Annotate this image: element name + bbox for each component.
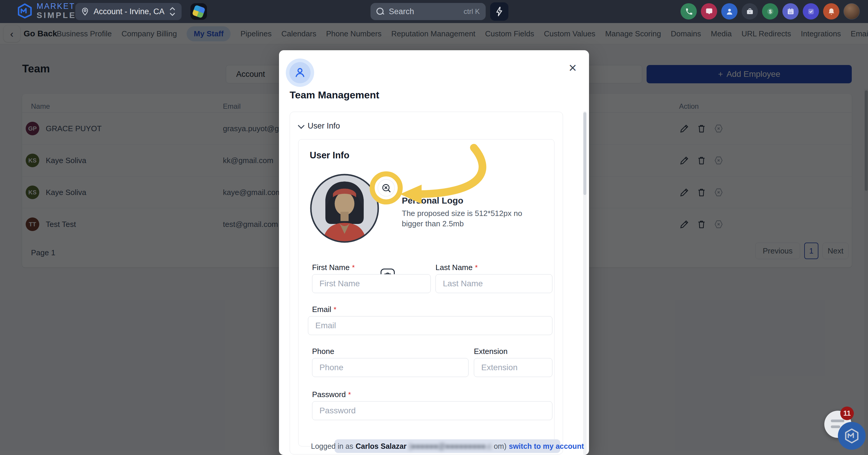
user-info-collapse-toggle[interactable]: User Info [298, 121, 340, 131]
marketsimple-widget-button[interactable] [838, 422, 866, 450]
logged-in-email-blurred: (●●●●●●@●●●●●●●●●.c [409, 442, 492, 451]
modal-user-badge-inner [289, 62, 311, 83]
last-name-label: Last Name* [435, 263, 478, 272]
svg-text:$: $ [769, 8, 771, 14]
notifications-button[interactable] [823, 3, 839, 20]
brand-logo: MARKET SIMPLE [17, 2, 76, 20]
briefcase-icon [746, 7, 754, 16]
user-icon [725, 7, 734, 16]
modal-scrollbar-thumb[interactable] [583, 112, 586, 195]
payments-button[interactable]: $ [762, 3, 778, 20]
first-name-input[interactable] [312, 274, 431, 293]
search-shortcut-hint: ctrl K [464, 7, 480, 16]
password-input[interactable] [312, 401, 552, 420]
global-search-input[interactable]: Search ctrl K [371, 3, 486, 20]
check-square-icon [807, 7, 815, 16]
modal-title: Team Management [290, 89, 379, 101]
person-icon [293, 66, 306, 79]
email-input[interactable] [308, 316, 552, 335]
phone-label: Phone [312, 347, 334, 356]
lightning-icon [495, 6, 504, 17]
team-management-modal: × Team Management User Info User Info [279, 50, 589, 455]
remove-image-icon [381, 182, 392, 193]
chat-line-decor [831, 425, 840, 428]
user-info-section: User Info User Info [290, 112, 563, 454]
marketsimple-mark-icon [843, 428, 860, 444]
close-icon[interactable]: × [569, 61, 577, 75]
contacts-button[interactable] [721, 3, 738, 20]
search-icon [376, 8, 384, 16]
password-label: Password* [312, 390, 351, 399]
opportunities-button[interactable] [742, 3, 758, 20]
brand-market: MARKET [37, 2, 76, 10]
switch-account-link[interactable]: switch to my account [509, 442, 584, 451]
app-shortcut-art [192, 5, 206, 18]
extension-label: Extension [474, 347, 507, 356]
modal-scrollbar[interactable] [583, 111, 587, 455]
logged-in-name: Carlos Salazar [355, 442, 406, 451]
location-pin-icon [81, 7, 89, 16]
user-info-card: User Info [298, 139, 554, 447]
calendar-icon [786, 7, 795, 16]
remove-logo-button[interactable] [378, 180, 395, 196]
chevron-updown-icon [168, 6, 176, 18]
conversations-button[interactable] [701, 3, 717, 20]
marketsimple-logo-icon [17, 3, 32, 19]
user-info-collapse-label: User Info [308, 121, 340, 131]
inbox-icon [705, 7, 713, 16]
personal-logo-title: Personal Logo [402, 196, 463, 206]
personal-logo-description: The proposed size is 512*512px no bigger… [402, 208, 544, 229]
chevron-down-icon [298, 122, 305, 129]
logged-in-banner: Logged in as Carlos Salazar (●●●●●●@●●●●… [335, 439, 560, 453]
extension-input[interactable] [474, 358, 552, 377]
chat-unread-badge: 11 [840, 406, 854, 420]
quick-actions-button[interactable] [490, 2, 508, 21]
app-shortcut-icon[interactable] [190, 3, 207, 20]
tasks-button[interactable] [803, 3, 819, 20]
email-label: Email* [312, 305, 336, 314]
personal-logo-avatar[interactable] [310, 173, 379, 243]
dollar-icon: $ [766, 7, 774, 16]
first-name-label: First Name* [312, 263, 354, 272]
user-avatar[interactable] [843, 3, 860, 20]
last-name-input[interactable] [435, 274, 552, 293]
topbar: MARKET SIMPLE Account - Irvine, CA Searc… [0, 0, 868, 23]
chat-line-decor [831, 420, 844, 422]
phone-input[interactable] [312, 358, 469, 377]
phone-button[interactable] [681, 3, 697, 20]
search-placeholder: Search [389, 7, 459, 16]
account-switcher[interactable]: Account - Irvine, CA [75, 3, 182, 20]
account-switcher-label: Account - Irvine, CA [94, 7, 164, 16]
logged-in-prefix: Logged in as [311, 442, 353, 451]
logged-in-email-tail: om) [494, 442, 506, 451]
modal-user-badge [286, 58, 314, 87]
bell-icon [827, 7, 836, 16]
calendar-button[interactable] [782, 3, 799, 20]
avatar-illustration [310, 173, 379, 243]
user-info-heading: User Info [310, 150, 349, 161]
brand-simple: SIMPLE [37, 11, 76, 20]
phone-icon [685, 7, 693, 16]
topbar-icon-row: $ [681, 3, 860, 20]
